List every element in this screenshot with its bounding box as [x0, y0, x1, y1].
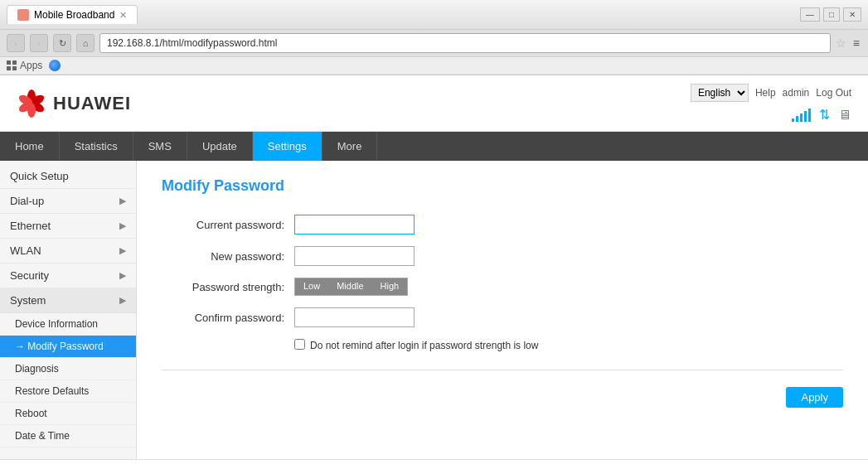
confirm-password-input[interactable] — [294, 307, 415, 327]
confirm-password-row: Confirm password: — [162, 307, 843, 327]
password-strength-row: Password strength: Low Middle High — [162, 278, 843, 296]
sidebar-item-system[interactable]: System ▶ — [0, 288, 136, 313]
address-bar[interactable] — [99, 33, 831, 53]
remind-checkbox[interactable] — [294, 339, 305, 350]
signal-bar-3 — [800, 114, 803, 122]
sidebar-item-quick-setup[interactable]: Quick Setup — [0, 164, 136, 189]
sidebar-item-dial-up[interactable]: Dial-up ▶ — [0, 189, 136, 214]
signal-bar-1 — [792, 118, 794, 122]
main-content: Modify Password Current password: New pa… — [137, 161, 868, 459]
sidebar-item-restore-defaults[interactable]: Restore Defaults — [0, 380, 136, 403]
bookmark-star-icon[interactable]: ☆ — [836, 36, 846, 50]
sidebar-item-device-information[interactable]: Device Information — [0, 313, 136, 336]
sidebar-label-security: Security — [10, 269, 49, 282]
signal-icons: ⇅ 🖥 — [792, 107, 851, 123]
new-password-input[interactable] — [294, 246, 415, 266]
signal-bar-2 — [796, 116, 798, 122]
signal-strength-icon — [792, 109, 811, 122]
logout-link[interactable]: Log Out — [816, 87, 851, 99]
sidebar: Quick Setup Dial-up ▶ Ethernet ▶ WLAN ▶ … — [0, 161, 137, 459]
tab-title: Mobile Broadband — [34, 9, 114, 21]
browser-toolbar: ‹ › ↻ ⌂ ☆ ≡ — [0, 30, 868, 57]
site-footer: Privacy Policy ❀ (C) 2006-2015 HUAWEI TE… — [0, 459, 868, 469]
sidebar-item-wlan[interactable]: WLAN ▶ — [0, 239, 136, 264]
bookmark-favicon — [49, 60, 61, 71]
page: HUAWEI English Help admin Log Out ⇅ — [0, 75, 868, 469]
content-area: Quick Setup Dial-up ▶ Ethernet ▶ WLAN ▶ … — [0, 161, 868, 459]
divider — [162, 370, 843, 370]
strength-low-segment[interactable]: Low — [295, 278, 328, 295]
huawei-logo-svg — [17, 89, 46, 118]
strength-high-segment[interactable]: High — [372, 278, 408, 295]
site-header: HUAWEI English Help admin Log Out ⇅ — [0, 75, 868, 132]
apply-row: Apply — [162, 387, 843, 408]
password-strength-bar: Low Middle High — [294, 278, 408, 296]
current-password-input[interactable] — [294, 215, 415, 234]
header-right: English Help admin Log Out ⇅ 🖥 — [691, 84, 851, 123]
sidebar-label-system: System — [10, 294, 46, 307]
help-link[interactable]: Help — [755, 87, 776, 99]
current-password-label: Current password: — [162, 219, 294, 231]
sidebar-item-security[interactable]: Security ▶ — [0, 264, 136, 288]
sidebar-item-modify-password[interactable]: → Modify Password — [0, 336, 136, 358]
nav-item-update[interactable]: Update — [187, 132, 253, 161]
brand-name: HUAWEI — [53, 93, 131, 114]
nav-item-settings[interactable]: Settings — [253, 132, 322, 161]
browser-titlebar: Mobile Broadband ✕ — □ ✕ — [0, 0, 868, 30]
monitor-icon: 🖥 — [838, 108, 851, 123]
forward-button[interactable]: › — [30, 34, 48, 52]
signal-bar-4 — [804, 111, 807, 122]
sidebar-label-wlan: WLAN — [10, 244, 41, 257]
modify-password-arrow: → — [15, 341, 27, 352]
confirm-password-label: Confirm password: — [162, 312, 294, 324]
sidebar-label-quick-setup: Quick Setup — [10, 170, 69, 182]
apps-grid-icon — [7, 60, 17, 70]
refresh-button[interactable]: ↻ — [53, 34, 71, 52]
tab-favicon — [17, 9, 29, 21]
nav-item-sms[interactable]: SMS — [133, 132, 187, 161]
remind-checkbox-row: Do not remind after login if password st… — [294, 339, 843, 353]
strength-middle-segment[interactable]: Middle — [328, 278, 371, 295]
page-title: Modify Password — [162, 177, 843, 195]
sidebar-arrow-ethernet: ▶ — [119, 220, 126, 231]
browser-tab[interactable]: Mobile Broadband ✕ — [7, 5, 138, 24]
sidebar-item-diagnosis[interactable]: Diagnosis — [0, 358, 136, 380]
window-controls: — □ ✕ — [800, 7, 861, 22]
sidebar-label-dial-up: Dial-up — [10, 195, 44, 207]
maximize-button[interactable]: □ — [823, 7, 840, 22]
sidebar-arrow-security: ▶ — [119, 270, 126, 281]
browser-menu-button[interactable]: ≡ — [851, 35, 861, 51]
apply-button[interactable]: Apply — [786, 387, 843, 408]
sidebar-arrow-dial-up: ▶ — [119, 196, 126, 206]
home-button[interactable]: ⌂ — [76, 34, 95, 52]
apps-label: Apps — [20, 60, 42, 71]
logo-area: HUAWEI — [17, 89, 131, 118]
current-password-row: Current password: — [162, 215, 843, 234]
language-select[interactable]: English — [691, 84, 749, 102]
password-strength-label: Password strength: — [162, 281, 294, 293]
sidebar-item-ethernet[interactable]: Ethernet ▶ — [0, 214, 136, 239]
apps-button[interactable]: Apps — [7, 60, 42, 71]
main-nav: Home Statistics SMS Update Settings More — [0, 132, 868, 161]
nav-item-more[interactable]: More — [322, 132, 378, 161]
upload-download-icon: ⇅ — [819, 107, 830, 123]
admin-link[interactable]: admin — [783, 87, 810, 99]
sidebar-label-ethernet: Ethernet — [10, 220, 51, 232]
nav-item-statistics[interactable]: Statistics — [60, 132, 133, 161]
new-password-row: New password: — [162, 246, 843, 266]
sidebar-submenu-system: Device Information → Modify Password Dia… — [0, 313, 136, 447]
tab-close-button[interactable]: ✕ — [119, 10, 127, 21]
sidebar-item-reboot[interactable]: Reboot — [0, 403, 136, 425]
header-top-row: English Help admin Log Out — [691, 84, 851, 102]
nav-item-home[interactable]: Home — [0, 132, 60, 161]
bookmarks-bar: Apps — [0, 57, 868, 75]
signal-bar-5 — [808, 109, 811, 122]
browser-chrome: Mobile Broadband ✕ — □ ✕ ‹ › ↻ ⌂ ☆ ≡ App… — [0, 0, 868, 75]
sidebar-arrow-system: ▶ — [119, 295, 126, 306]
sidebar-arrow-wlan: ▶ — [119, 245, 126, 256]
close-button[interactable]: ✕ — [843, 7, 861, 22]
remind-checkbox-label: Do not remind after login if password st… — [310, 339, 538, 353]
sidebar-item-date-time[interactable]: Date & Time — [0, 425, 136, 447]
back-button[interactable]: ‹ — [7, 34, 25, 52]
minimize-button[interactable]: — — [800, 7, 820, 22]
